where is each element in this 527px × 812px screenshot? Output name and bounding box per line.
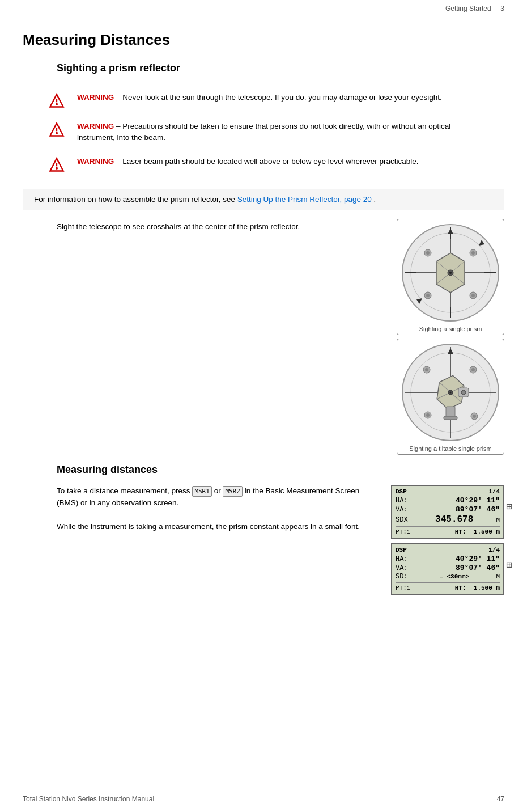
lcd1-pt: PT:1 <box>396 528 410 535</box>
measuring-heading: Measuring distances <box>57 464 504 476</box>
lcd1-va-label: VA: <box>396 506 413 514</box>
lcd2-row-ha: HA: 40°29' 11" <box>396 555 500 563</box>
para1-part1: To take a distance measurement, press <box>57 487 192 495</box>
warning-label-2: WARNING <box>77 122 114 130</box>
svg-point-5 <box>56 167 57 168</box>
info-note: For information on how to assemble the p… <box>23 189 504 210</box>
warning-text-3: WARNING – Laser beam path should be loca… <box>77 156 504 167</box>
svg-point-49 <box>425 368 428 371</box>
lcd1-row-sdx: SDX 345.678 M <box>396 514 500 525</box>
warning-content-3: – Laser beam path should be located well… <box>116 157 419 166</box>
para1-part2: or <box>214 487 223 495</box>
chapter-label: Getting Started 3 <box>445 5 504 12</box>
sighting-row: Sight the telescope to see crosshairs at… <box>57 219 504 458</box>
lcd-screen-2: DSP 1/4 HA: 40°29' 11" VA: 89°07' 46" SD… <box>391 543 504 595</box>
lcd2-row-va: VA: 89°07' 46" <box>396 564 500 572</box>
lcd1-row-va: VA: 89°07' 46" <box>396 505 500 514</box>
measuring-para1: To take a distance measurement, press MS… <box>57 485 380 509</box>
warning-block-2: WARNING – Precautions should be taken to… <box>23 115 504 150</box>
lcd1-header: DSP 1/4 <box>396 488 500 495</box>
lcd1-ht: HT: 1.500 m <box>455 528 500 535</box>
measuring-row: To take a distance measurement, press MS… <box>57 485 504 595</box>
warning-block-3: WARNING – Laser beam path should be loca… <box>23 150 504 179</box>
svg-point-45 <box>471 368 475 371</box>
footer-right: 47 <box>497 795 504 803</box>
svg-point-27 <box>426 251 430 255</box>
warning-content-2: – Precautions should be taken to ensure … <box>77 122 450 142</box>
warning-content-1: – Never look at the sun through the tele… <box>116 93 442 102</box>
svg-point-25 <box>426 294 430 297</box>
main-content: Measuring Distances Sighting a prism ref… <box>0 15 527 618</box>
sighting-text-content: Sight the telescope to see crosshairs at… <box>57 222 300 231</box>
info-note-link[interactable]: Setting Up the Prism Reflector, page 20 <box>237 195 372 204</box>
warning-label-3: WARNING <box>77 157 114 166</box>
lcd1-bottom: PT:1 HT: 1.500 m <box>396 528 500 535</box>
lcd1-divider <box>396 526 500 527</box>
warning-icon-1 <box>45 92 68 109</box>
lcd2-header-left: DSP <box>396 547 407 553</box>
lcd2-va-value: 89°07' 46" <box>456 564 500 572</box>
chapter-text: Getting Started <box>445 5 491 12</box>
lcd-screen-1: DSP 1/4 HA: 40°29' 11" VA: 89°07' 46" SD… <box>391 485 504 539</box>
lcd1-ha-value: 40°29' 11" <box>456 496 500 505</box>
lcd2-pt: PT:1 <box>396 585 410 591</box>
lcd1-sdx-value: 345.678 <box>435 514 473 525</box>
warning-icon-3 <box>45 156 68 173</box>
warning-text-2: WARNING – Precautions should be taken to… <box>77 121 504 144</box>
info-note-end: . <box>374 195 376 204</box>
page-footer: Total Station Nivo Series Instruction Ma… <box>0 790 527 803</box>
lcd1-va-value: 89°07' 46" <box>456 505 500 514</box>
svg-point-3 <box>56 133 57 134</box>
lcd2-header-right: 1/4 <box>488 547 500 553</box>
measuring-para2: While the instrument is taking a measure… <box>57 521 380 533</box>
lcd1-ha-label: HA: <box>396 497 413 505</box>
measuring-description: To take a distance measurement, press MS… <box>57 485 391 533</box>
tiltable-prism-svg <box>400 341 502 443</box>
svg-point-51 <box>473 415 476 418</box>
lcd2-side-icon: ⊞ <box>506 559 512 571</box>
lcd2-sd-label: SD: <box>396 573 413 581</box>
svg-point-47 <box>426 413 430 417</box>
measuring-screens: DSP 1/4 HA: 40°29' 11" VA: 89°07' 46" SD… <box>391 485 504 595</box>
footer-left: Total Station Nivo Series Instruction Ma… <box>23 795 154 803</box>
svg-point-42 <box>461 390 466 395</box>
single-prism-svg <box>400 222 502 324</box>
warning-block-1: WARNING – Never look at the sun through … <box>23 86 504 115</box>
lcd2-ht: HT: 1.500 m <box>455 585 500 591</box>
lcd1-side-icon: ⊞ <box>506 500 512 513</box>
sighting-images: Sighting a single prism <box>397 219 504 458</box>
info-note-text: For information on how to assemble the p… <box>34 195 237 204</box>
lcd2-sd-value: – <30mm> <box>439 573 469 580</box>
svg-point-1 <box>56 104 57 105</box>
svg-point-23 <box>471 251 475 255</box>
svg-point-18 <box>449 272 452 274</box>
prism-image-2: Sighting a tiltable single prism <box>397 339 504 455</box>
main-title: Measuring Distances <box>23 31 504 49</box>
lcd1-sdx-label: SDX <box>396 516 413 524</box>
lcd2-sd-unit: M <box>496 573 500 580</box>
lcd2-va-label: VA: <box>396 564 413 572</box>
lcd1-header-left: DSP <box>396 488 407 495</box>
section1-heading: Sighting a prism reflector <box>57 62 504 74</box>
lcd2-row-sd: SD: – <30mm> M <box>396 573 500 581</box>
svg-rect-40 <box>444 416 457 420</box>
page-header: Getting Started 3 <box>0 0 527 15</box>
key-msr1[interactable]: MSR1 <box>192 486 212 497</box>
lcd1-row-ha: HA: 40°29' 11" <box>396 496 500 505</box>
svg-point-29 <box>471 294 475 297</box>
prism-caption-2: Sighting a tiltable single prism <box>409 445 492 452</box>
lcd2-ha-label: HA: <box>396 555 413 563</box>
lcd2-ha-value: 40°29' 11" <box>456 555 500 563</box>
sighting-description: Sight the telescope to see crosshairs at… <box>57 219 397 232</box>
prism-image-1: Sighting a single prism <box>397 219 504 335</box>
warning-icon-2 <box>45 121 68 138</box>
lcd2-header: DSP 1/4 <box>396 547 500 553</box>
lcd2-bottom: PT:1 HT: 1.500 m <box>396 585 500 591</box>
key-msr2[interactable]: MSR2 <box>223 486 243 497</box>
lcd1-sdx-unit: M <box>496 517 500 523</box>
lcd2-divider <box>396 582 500 583</box>
lcd1-header-right: 1/4 <box>488 488 500 495</box>
prism-caption-1: Sighting a single prism <box>419 325 482 332</box>
warning-text-1: WARNING – Never look at the sun through … <box>77 92 504 103</box>
chapter-num: 3 <box>500 5 504 12</box>
